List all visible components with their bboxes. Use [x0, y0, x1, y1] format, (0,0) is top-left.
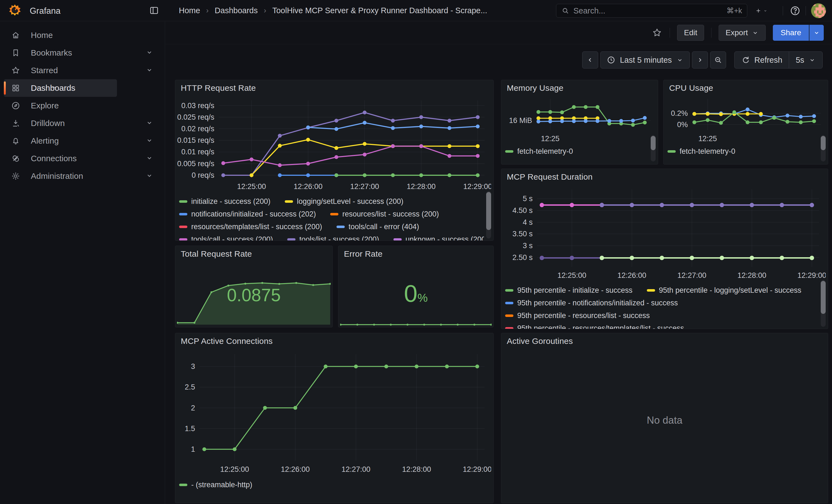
grafana-logo-icon[interactable] [8, 4, 22, 17]
sidebar-item-administration[interactable]: Administration [0, 167, 165, 185]
sidebar-item-label: Explore [31, 101, 59, 110]
sidebar-item-dashboards[interactable]: Dashboards [4, 79, 117, 97]
chevron-down-icon[interactable] [146, 154, 153, 163]
svg-text:0.015 req/s: 0.015 req/s [177, 136, 214, 144]
panel-title[interactable]: MCP Active Connections [181, 337, 272, 346]
chevron-down-icon[interactable] [146, 119, 153, 128]
legend-item[interactable]: 95th percentile - resources/templates/li… [505, 324, 684, 329]
sidebar-item-explore[interactable]: Explore [0, 97, 165, 114]
breadcrumb-item[interactable]: Dashboards [215, 6, 258, 15]
sidebar-item-starred[interactable]: Starred [0, 62, 165, 79]
chevron-down-icon[interactable] [146, 66, 153, 75]
error-rate-sparkline [340, 319, 492, 326]
sidebar-item-bookmarks[interactable]: Bookmarks [0, 44, 165, 62]
refresh-interval-select[interactable]: 5s [789, 52, 822, 68]
share-button[interactable]: Share [773, 25, 824, 41]
avatar[interactable] [811, 3, 826, 18]
panel-title[interactable]: CPU Usage [669, 83, 713, 93]
help-icon[interactable] [789, 5, 801, 17]
legend-item[interactable]: resources/templates/list - success (200) [179, 222, 322, 231]
chevron-down-icon[interactable] [146, 136, 153, 145]
legend-label: fetch-telemetry-0 [517, 147, 573, 156]
panel-title[interactable]: HTTP Request Rate [181, 83, 256, 93]
legend-item[interactable]: 95th percentile - notifications/initiali… [505, 299, 678, 307]
legend-item[interactable]: 95th percentile - resources/list - succe… [505, 312, 650, 320]
time-range-picker[interactable]: Last 5 minutes [600, 51, 690, 69]
time-controls: Last 5 minutes Refresh 5s [165, 51, 832, 69]
chevron-down-icon[interactable] [50, 84, 57, 92]
legend-scrollbar[interactable] [821, 280, 826, 327]
toolbar-divider [670, 28, 670, 38]
search-icon [561, 7, 570, 15]
legend-label: - (streamable-http) [191, 481, 252, 489]
legend-item[interactable]: fetch-telemetry-0 [505, 147, 573, 156]
panel-title[interactable]: Total Request Rate [181, 249, 252, 259]
panel-http-request-rate: HTTP Request Rate 12:25:0012:26:0012:27:… [175, 80, 494, 241]
legend-label: tools/call - error (404) [348, 222, 419, 231]
breadcrumb-item[interactable]: Home [179, 6, 200, 15]
chevron-down-icon [763, 7, 768, 14]
svg-text:1.5: 1.5 [185, 424, 195, 433]
legend-item[interactable]: notifications/initialized - success (202… [179, 210, 316, 218]
panel-title[interactable]: Active Goroutines [507, 337, 573, 346]
legend-item[interactable]: resources/list - success (200) [330, 210, 439, 218]
panel-title[interactable]: MCP Request Duration [507, 172, 593, 182]
legend-label: 95th percentile - logging/setLevel - suc… [659, 286, 802, 295]
legend-item[interactable]: tools/list - success (200) [287, 235, 379, 241]
memory-usage-chart[interactable]: 12:2516 MiB [503, 95, 656, 143]
breadcrumb-separator: › [264, 6, 266, 15]
drilldown-icon [11, 118, 20, 128]
mcp-request-duration-chart[interactable]: 12:25:0012:26:0012:27:0012:28:0012:29:00… [503, 185, 826, 282]
legend-scrollbar[interactable] [821, 135, 826, 161]
chevron-down-icon [813, 29, 820, 36]
edit-button[interactable]: Edit [677, 25, 704, 41]
chevron-down-icon[interactable] [146, 48, 153, 57]
legend-item[interactable]: tools/call - success (200) [179, 235, 273, 241]
sidebar-item-label: Alerting [31, 136, 59, 145]
legend-item[interactable]: 95th percentile - initialize - success [505, 286, 632, 295]
legend-item[interactable]: tools/call - error (404) [337, 222, 419, 231]
legend-item[interactable]: logging/setLevel - success (200) [285, 197, 404, 206]
panel-error-rate: Error Rate 0% [338, 246, 494, 327]
add-button[interactable] [755, 5, 768, 17]
cpu-usage-chart[interactable]: 12:250%0.2% [665, 95, 826, 143]
export-button[interactable]: Export [719, 25, 766, 41]
share-menu-button[interactable] [809, 25, 824, 41]
http-request-rate-chart[interactable]: 12:25:0012:26:0012:27:0012:28:0012:29:00… [177, 96, 491, 193]
legend-item[interactable]: unknown - success (200) [393, 235, 484, 241]
zoom-out-button[interactable] [710, 51, 726, 69]
apps-icon [11, 83, 20, 93]
legend-scrollbar[interactable] [651, 135, 656, 161]
mcp-active-connections-chart[interactable]: 12:25:0012:26:0012:27:0012:28:0012:29:00… [177, 350, 491, 476]
time-forward-button[interactable] [692, 51, 708, 69]
legend-label: 95th percentile - notifications/initiali… [517, 299, 678, 307]
legend-label: resources/list - success (200) [342, 210, 439, 218]
legend-item[interactable]: - (streamable-http) [179, 481, 252, 489]
svg-text:0 req/s: 0 req/s [191, 171, 214, 179]
legend-item[interactable]: 95th percentile - logging/setLevel - suc… [647, 286, 802, 295]
sidebar-item-home[interactable]: Home [0, 26, 165, 44]
time-back-button[interactable] [582, 51, 598, 69]
svg-text:12:25:00: 12:25:00 [237, 182, 266, 191]
search-input[interactable]: Search... ⌘+k [556, 4, 747, 18]
legend-item[interactable]: initialize - success (200) [179, 197, 270, 206]
panel-title[interactable]: Error Rate [344, 249, 383, 259]
svg-text:2.5: 2.5 [185, 383, 195, 391]
sidebar-item-connections[interactable]: Connections [0, 150, 165, 167]
breadcrumb-separator: › [206, 6, 209, 15]
svg-text:12:25:00: 12:25:00 [220, 465, 249, 474]
dock-menu-icon[interactable] [149, 5, 160, 16]
sidebar-item-alerting[interactable]: Alerting [0, 132, 165, 150]
star-icon[interactable] [651, 27, 662, 38]
svg-text:3.50 s: 3.50 s [512, 230, 532, 238]
header-divider [783, 6, 783, 16]
chevron-down-icon[interactable] [146, 172, 153, 181]
legend-scrollbar[interactable] [486, 191, 491, 239]
sidebar-item-drilldown[interactable]: Drilldown [0, 114, 165, 132]
toolbar-divider [711, 28, 711, 38]
breadcrumb-item[interactable]: ToolHive MCP Server & Proxy Runner Dashb… [272, 6, 487, 15]
legend-item[interactable]: fetch-telemetry-0 [668, 147, 735, 156]
refresh-button[interactable]: Refresh [735, 52, 789, 68]
panel-title[interactable]: Memory Usage [507, 83, 564, 93]
legend-label: initialize - success (200) [191, 197, 270, 206]
